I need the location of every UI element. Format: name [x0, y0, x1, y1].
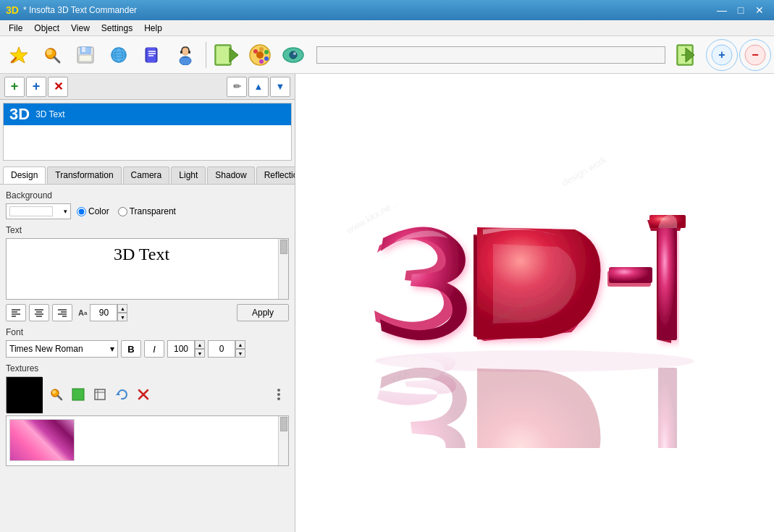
tab-content: Background ▾ Color Transparent: [0, 185, 295, 532]
texture-preview[interactable]: [6, 376, 42, 413]
toolbar-view-button[interactable]: [277, 39, 309, 71]
radio-color-input[interactable]: [77, 207, 86, 216]
toolbar-zoom-in-button[interactable]: +: [706, 39, 738, 71]
toolbar-separator-1: [206, 42, 206, 68]
dropdown-arrow: ▾: [64, 208, 67, 215]
font-size-down[interactable]: ▼: [117, 313, 127, 321]
font-size-up[interactable]: ▲: [117, 304, 127, 313]
svg-line-4: [54, 57, 59, 62]
object-toolbar: + + ✕ ✏ ▲ ▼: [0, 74, 295, 100]
radio-transparent-label: Transparent: [130, 206, 176, 216]
add-shape-button[interactable]: +: [4, 77, 25, 97]
tab-light[interactable]: Light: [171, 166, 206, 184]
text-area-container: 3D Text: [6, 238, 289, 300]
align-left-button[interactable]: [6, 304, 26, 321]
texture-more-button[interactable]: [269, 384, 289, 405]
remove-button[interactable]: ✕: [48, 77, 68, 97]
toolbar-help-button[interactable]: [136, 39, 168, 71]
svg-rect-20: [180, 51, 182, 54]
svg-rect-8: [79, 55, 92, 62]
texture-rotate-button[interactable]: [112, 384, 132, 405]
left-panel: + + ✕ ✏ ▲ ▼ 3D 3D Text Design Transforma…: [0, 74, 295, 532]
toolbar-import-button[interactable]: [211, 39, 243, 71]
radio-color[interactable]: Color: [77, 206, 109, 216]
maximize-button[interactable]: □: [732, 3, 749, 17]
background-color-dropdown[interactable]: ▾: [6, 203, 71, 219]
texture-color-button[interactable]: [68, 384, 88, 405]
svg-point-29: [264, 56, 269, 61]
tab-camera[interactable]: Camera: [123, 166, 170, 184]
texture-list-scrollbar[interactable]: [278, 416, 288, 465]
tab-shadow[interactable]: Shadow: [207, 166, 254, 184]
svg-point-66: [277, 389, 280, 392]
svg-point-34: [293, 52, 296, 55]
tab-reflection[interactable]: Reflection: [256, 166, 295, 184]
toolbar-new-button[interactable]: [3, 39, 35, 71]
text-input[interactable]: 3D Text: [7, 239, 277, 297]
font-size-2-down[interactable]: ▼: [195, 349, 205, 358]
font-size-2-up[interactable]: ▲: [195, 340, 205, 349]
svg-rect-70: [609, 267, 652, 283]
svg-point-18: [182, 48, 189, 55]
title-bar: 3D * Insofta 3D Text Commander — □ ✕: [0, 0, 774, 20]
toolbar-palette-button[interactable]: [244, 39, 276, 71]
svg-marker-24: [230, 48, 238, 62]
edit-button[interactable]: ✏: [227, 77, 247, 97]
svg-rect-75: [658, 368, 677, 448]
font-name-dropdown[interactable]: Times New Roman ▾: [6, 340, 118, 358]
radio-transparent-input[interactable]: [118, 207, 127, 216]
svg-rect-21: [188, 51, 190, 54]
close-button[interactable]: ✕: [751, 3, 768, 17]
align-center-button[interactable]: [29, 304, 49, 321]
svg-point-27: [259, 47, 264, 51]
menu-view[interactable]: View: [65, 20, 96, 35]
add-text-button[interactable]: +: [26, 77, 46, 97]
texture-search-button[interactable]: [46, 384, 67, 405]
menu-help[interactable]: Help: [138, 20, 168, 35]
font-dropdown-arrow: ▾: [110, 344, 114, 354]
font-name-value: Times New Roman: [9, 344, 83, 354]
toolbar-save-button[interactable]: [70, 39, 101, 71]
toolbar-globe-button[interactable]: [103, 39, 135, 71]
minimize-button[interactable]: —: [713, 3, 731, 17]
tab-transformation[interactable]: Transformation: [47, 166, 121, 184]
background-row: ▾ Color Transparent: [6, 203, 289, 219]
move-down-button[interactable]: ▼: [270, 77, 290, 97]
apply-button[interactable]: Apply: [237, 304, 289, 321]
font-spacing-spinner: ▲ ▼: [208, 340, 245, 358]
toolbar-search-input[interactable]: [316, 46, 665, 64]
menu-file[interactable]: File: [3, 20, 28, 35]
toolbar-zoom-out-button[interactable]: −: [739, 39, 771, 71]
app-title: * Insofta 3D Text Commander: [23, 5, 137, 15]
bold-button[interactable]: B: [121, 340, 141, 358]
background-label: Background: [6, 190, 289, 200]
svg-rect-14: [147, 48, 156, 62]
toolbar-open-button[interactable]: [36, 39, 68, 71]
object-item-3d-text[interactable]: 3D 3D Text: [4, 104, 291, 125]
menu-object[interactable]: Object: [28, 20, 65, 35]
menu-settings[interactable]: Settings: [96, 20, 138, 35]
italic-button[interactable]: I: [144, 340, 164, 358]
tab-design[interactable]: Design: [3, 166, 46, 184]
font-size-input[interactable]: [90, 304, 117, 321]
toolbar-support-button[interactable]: [169, 39, 201, 71]
texture-item-gradient[interactable]: [9, 419, 75, 461]
font-spacing-down[interactable]: ▼: [235, 349, 245, 358]
menu-bar: File Object View Settings Help: [0, 20, 774, 36]
toolbar-export-button[interactable]: [673, 39, 704, 71]
texture-delete-button[interactable]: [133, 384, 153, 405]
radio-transparent[interactable]: Transparent: [118, 206, 176, 216]
font-spacing-input[interactable]: [208, 340, 235, 358]
font-size-2-input[interactable]: [167, 340, 195, 358]
align-right-button[interactable]: [52, 304, 72, 321]
text-scrollbar[interactable]: [278, 239, 288, 299]
svg-point-28: [264, 50, 269, 54]
font-size-spinner: ▲ ▼: [90, 304, 127, 321]
tabs-container: Design Transformation Camera Light Shado…: [0, 164, 295, 185]
move-up-button[interactable]: ▲: [248, 77, 269, 97]
font-size-2-spin-buttons: ▲ ▼: [195, 340, 205, 358]
texture-crop-button[interactable]: [90, 384, 110, 405]
color-swatch: [9, 206, 53, 216]
font-spacing-up[interactable]: ▲: [235, 340, 245, 349]
svg-rect-7: [82, 47, 85, 52]
